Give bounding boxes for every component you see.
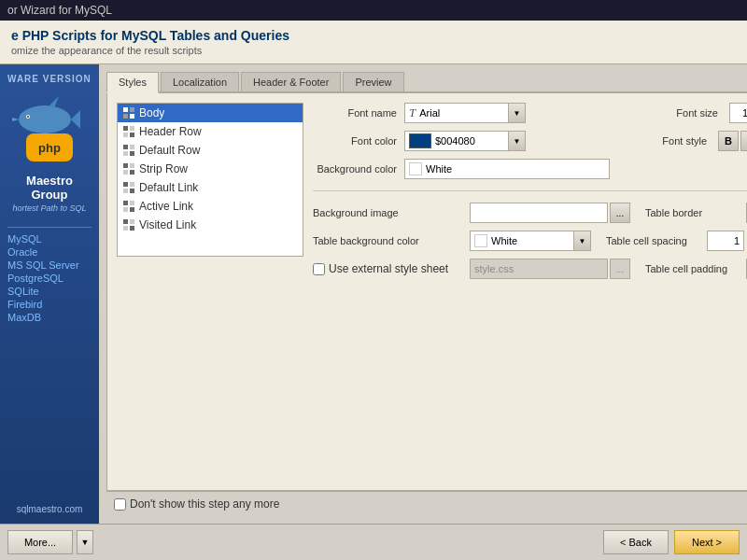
styles-list[interactable]: Body Header Row Default Row [117, 103, 303, 257]
bg-image-control: ... [470, 203, 630, 223]
style-item-visited-link[interactable]: Visited Link [118, 216, 303, 234]
sidebar-link-mssql[interactable]: MS SQL Server [7, 259, 92, 272]
style-label-default-row: Default Row [139, 144, 200, 157]
grid-icon-header [122, 125, 135, 138]
footer-bar: More... ▼ < Back Next > [0, 524, 747, 560]
grid-icon-body [122, 106, 135, 119]
bg-image-label: Background image [313, 207, 462, 218]
tabs-container: Styles Localization Header & Footer Prev… [106, 72, 747, 93]
sidebar-divider [7, 227, 92, 228]
style-label-strip-row: Strip Row [139, 162, 188, 175]
tab-header-footer[interactable]: Header & Footer [241, 72, 341, 91]
style-item-default-link[interactable]: Default Link [118, 178, 303, 197]
sidebar-logo: php [7, 91, 92, 166]
sidebar-link-oracle[interactable]: Oracle [7, 245, 92, 259]
bg-image-row: Background image ... Table border [313, 203, 747, 223]
table-bg-dropdown[interactable]: ▼ [573, 231, 590, 250]
grid-icon-active-link [122, 200, 135, 213]
style-label-body: Body [139, 106, 164, 119]
style-label-default-link: Default Link [139, 181, 198, 194]
font-color-swatch [409, 133, 431, 148]
grid-icon-default-row [122, 144, 135, 157]
bg-image-browse[interactable]: ... [610, 203, 630, 223]
sidebar-brand: Maestro Group [7, 174, 92, 202]
dont-show-checkbox[interactable] [114, 498, 126, 511]
font-color-control: $004080 ▼ [404, 131, 647, 151]
svg-point-0 [19, 105, 71, 133]
sidebar-tagline: hortest Path to SQL [12, 203, 86, 213]
tab-styles[interactable]: Styles [106, 72, 159, 93]
bg-image-input[interactable] [470, 203, 608, 223]
panel-content: Body Header Row Default Row [106, 93, 747, 491]
sidebar-link-mysql[interactable]: MySQL [7, 232, 92, 245]
grid-icon-default-link [122, 181, 135, 194]
external-css-label[interactable]: Use external style sheet [313, 262, 462, 275]
cell-spacing-input[interactable] [707, 231, 744, 251]
bg-color-value: White [426, 163, 609, 175]
sidebar-link-sqlite[interactable]: SQLite [7, 285, 92, 298]
footer-left: More... ▼ [7, 530, 93, 554]
font-name-wrapper: T Arial ▼ [404, 103, 526, 123]
table-bg-label: Table background color [313, 235, 462, 246]
bg-color-swatch [409, 162, 422, 175]
grid-icon-visited-link [122, 218, 135, 231]
style-item-body[interactable]: Body [118, 104, 303, 122]
section-divider-1 [313, 190, 747, 191]
bg-color-control: White [404, 159, 747, 179]
cell-spacing-label: Table cell spacing [606, 235, 699, 246]
footer-right: < Back Next > [603, 530, 740, 554]
more-button[interactable]: More... [7, 530, 73, 554]
external-css-browse: ... [610, 259, 630, 279]
external-css-text: Use external style sheet [329, 262, 448, 275]
table-bg-selector[interactable]: White ▼ [470, 231, 591, 251]
bold-button[interactable]: B [718, 131, 739, 151]
sidebar-version-label: WARE VERSION [7, 74, 92, 84]
font-size-label: Font size [676, 107, 718, 119]
style-label-visited-link: Visited Link [139, 218, 196, 231]
style-item-default-row[interactable]: Default Row [118, 141, 303, 160]
sidebar-link-firebird[interactable]: Firebird [7, 298, 92, 311]
sidebar-link-postgresql[interactable]: PostgreSQL [7, 272, 92, 285]
tab-localization[interactable]: Localization [161, 72, 239, 91]
font-type-icon: T [405, 105, 419, 120]
bg-color-row: Background color White [313, 159, 747, 179]
grid-icon-strip-row [122, 162, 135, 175]
bottom-section: Don't show this step any more [106, 491, 747, 516]
font-color-value: $004080 [435, 135, 508, 147]
properties-panel: Font name T Arial ▼ Font size [313, 103, 747, 481]
font-style-label: Font style [662, 135, 707, 147]
dont-show-label[interactable]: Don't show this step any more [114, 497, 279, 511]
font-color-dropdown[interactable]: ▼ [508, 132, 525, 150]
external-css-row: Use external style sheet ... Table cell … [313, 259, 747, 279]
font-name-value: Arial [419, 107, 508, 119]
style-item-strip-row[interactable]: Strip Row [118, 160, 303, 178]
external-css-input [470, 259, 608, 279]
font-name-control: T Arial ▼ [404, 103, 661, 123]
font-size-input[interactable] [729, 103, 747, 123]
external-css-checkbox[interactable] [313, 263, 325, 275]
php-badge: php [26, 133, 73, 161]
dont-show-text: Don't show this step any more [130, 497, 279, 511]
table-border-label: Table border [645, 207, 739, 218]
style-item-header-row[interactable]: Header Row [118, 122, 303, 141]
sidebar-links: MySQL Oracle MS SQL Server PostgreSQL SQ… [7, 232, 92, 324]
font-name-label: Font name [313, 107, 397, 119]
italic-button[interactable]: I [740, 131, 747, 151]
font-size-control: ▲ ▼ [729, 103, 747, 123]
svg-point-2 [27, 116, 29, 118]
sidebar-link-maxdb[interactable]: MaxDB [7, 311, 92, 324]
next-button[interactable]: Next > [674, 530, 740, 554]
bg-color-display[interactable]: White [404, 159, 610, 179]
external-css-control: ... [470, 259, 630, 279]
table-bg-value: White [491, 235, 573, 246]
cell-padding-label: Table cell padding [645, 263, 739, 274]
tab-preview[interactable]: Preview [343, 72, 403, 91]
style-item-active-link[interactable]: Active Link [118, 197, 303, 216]
page-subtitle: omize the appearance of the result scrip… [11, 45, 736, 56]
more-dropdown-arrow[interactable]: ▼ [77, 530, 93, 554]
page-title: e PHP Scripts for MySQL Tables and Queri… [11, 28, 736, 43]
font-color-selector[interactable]: $004080 ▼ [404, 131, 526, 151]
style-label-active-link: Active Link [139, 200, 193, 213]
back-button[interactable]: < Back [603, 530, 669, 554]
font-name-dropdown[interactable]: ▼ [508, 104, 525, 122]
